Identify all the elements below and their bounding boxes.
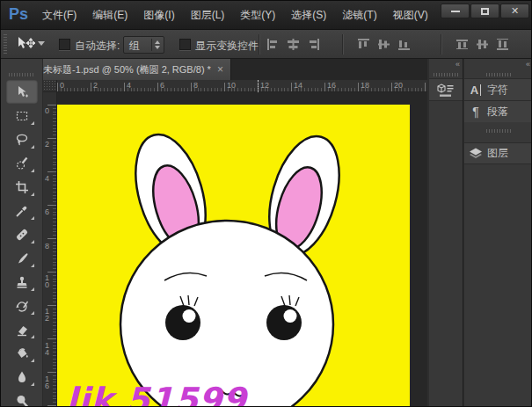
maximize-button[interactable] xyxy=(470,4,499,18)
minimize-button[interactable] xyxy=(441,4,470,18)
document-tab-bar: » 未标题-1.psd @ 50% (椭圆 2, RGB/8) * × xyxy=(1,59,427,80)
close-icon: ✕ xyxy=(511,6,519,16)
minimize-icon xyxy=(451,11,460,12)
flyout-indicator xyxy=(31,287,34,291)
paragraph-panel-button[interactable]: ¶ 段落 xyxy=(464,100,532,122)
tab-close-icon[interactable]: × xyxy=(217,64,223,75)
panel-dock: « « A 字符 ¶ 段落 xyxy=(427,59,532,407)
rectangular-marquee-tool[interactable] xyxy=(6,104,38,127)
panel-gripper[interactable] xyxy=(486,129,511,133)
3d-panel-button[interactable] xyxy=(429,78,463,101)
history-brush-tool[interactable] xyxy=(6,294,38,317)
options-bar-gripper[interactable] xyxy=(4,34,7,55)
panel-gripper[interactable] xyxy=(486,73,511,76)
tools-panel-gripper[interactable] xyxy=(9,73,35,76)
clone-stamp-tool[interactable] xyxy=(6,270,38,294)
align-left-icon[interactable] xyxy=(266,39,280,50)
crop-tool[interactable] xyxy=(6,175,38,199)
close-button[interactable]: ✕ xyxy=(500,4,529,18)
auto-select-target-dropdown[interactable]: 组 xyxy=(123,36,164,54)
show-transform-label: 显示变换控件 xyxy=(195,39,259,54)
align-top-icon[interactable] xyxy=(357,39,370,50)
flyout-indicator xyxy=(31,193,34,196)
layers-icon xyxy=(469,148,483,160)
spot-healing-brush-tool[interactable] xyxy=(6,222,38,246)
move-tool[interactable] xyxy=(6,80,38,104)
document-tab[interactable]: 未标题-1.psd @ 50% (椭圆 2, RGB/8) * × xyxy=(36,59,231,80)
flyout-indicator xyxy=(31,121,34,125)
flyout-indicator xyxy=(31,382,34,386)
character-panel-button[interactable]: A 字符 xyxy=(464,78,532,100)
layers-panel-label: 图层 xyxy=(487,146,508,161)
menu-item[interactable]: 选择(S) xyxy=(283,1,334,30)
show-transform-checkbox[interactable] xyxy=(179,39,191,50)
document-canvas[interactable]: lik 51599 xyxy=(57,105,410,407)
maximize-icon xyxy=(481,8,489,15)
blur-tool[interactable] xyxy=(6,365,38,389)
menu-item[interactable]: 滤镜(T) xyxy=(334,1,384,30)
flyout-indicator xyxy=(31,264,34,267)
flyout-indicator xyxy=(31,169,34,172)
rabbit-left-eye xyxy=(165,305,200,340)
dodge-tool[interactable] xyxy=(6,389,38,407)
menu-item[interactable]: 文件(F) xyxy=(34,1,84,30)
dropdown-spinner-icon xyxy=(151,39,162,51)
menu-item[interactable]: 图像(I) xyxy=(135,1,182,30)
ruler-pointer-mark xyxy=(258,80,259,92)
tool-preset-caret-icon[interactable] xyxy=(38,41,45,46)
panel-gripper[interactable] xyxy=(434,73,458,76)
auto-select-label: 自动选择: xyxy=(75,39,120,54)
align-bottom-icon[interactable] xyxy=(397,39,411,50)
character-icon: A xyxy=(470,84,481,97)
document-tab-title: 未标题-1.psd @ 50% (椭圆 2, RGB/8) * xyxy=(43,63,211,76)
ruler-origin-corner[interactable] xyxy=(43,80,57,92)
vertical-ruler: 024681 01 21 41 6 xyxy=(43,92,57,407)
photoshop-window: Ps 文件(F)编辑(E)图像(I)图层(L)类型(Y)选择(S)滤镜(T)视图… xyxy=(0,0,532,407)
character-panel-label: 字符 xyxy=(487,83,508,98)
separator xyxy=(259,34,259,55)
menu-bar: Ps 文件(F)编辑(E)图像(I)图层(L)类型(Y)选择(S)滤镜(T)视图… xyxy=(1,1,532,30)
tools-panel xyxy=(1,59,43,407)
paragraph-icon: ¶ xyxy=(472,105,479,119)
lasso-tool[interactable] xyxy=(6,127,38,151)
distribute-vertical-center-icon[interactable] xyxy=(476,39,489,50)
menu-item[interactable]: 编辑(E) xyxy=(84,1,135,30)
window-controls: ✕ xyxy=(440,4,529,18)
flyout-indicator xyxy=(31,311,34,315)
rabbit-artwork: lik 51599 xyxy=(57,105,410,407)
photoshop-logo: Ps xyxy=(9,5,28,24)
pasteboard: lik 51599 xyxy=(57,92,427,407)
right-eye-highlight xyxy=(284,309,297,323)
paragraph-panel-label: 段落 xyxy=(487,105,508,120)
align-right-icon[interactable] xyxy=(307,39,320,50)
flyout-indicator xyxy=(31,216,34,220)
distribute-top-icon[interactable] xyxy=(455,39,469,50)
separator xyxy=(441,34,441,55)
auto-select-checkbox[interactable] xyxy=(59,39,70,50)
collapsed-panel-strip: « xyxy=(429,59,463,407)
quick-selection-tool[interactable] xyxy=(6,151,38,175)
paint-bucket-tool[interactable] xyxy=(6,341,38,365)
flyout-indicator xyxy=(31,335,34,338)
eraser-tool[interactable] xyxy=(6,317,38,341)
align-horizontal-center-icon[interactable] xyxy=(287,39,300,50)
collapse-panels-chevron[interactable]: « xyxy=(455,60,459,69)
rabbit-right-eye xyxy=(266,305,302,340)
flyout-indicator xyxy=(31,359,34,362)
menu-item[interactable]: 视图(V) xyxy=(385,1,436,30)
distribute-bottom-icon[interactable] xyxy=(496,39,509,50)
canvas-text-layer: lik 51599 xyxy=(66,381,249,407)
brush-tool[interactable] xyxy=(6,246,38,270)
panel-column: « A 字符 ¶ 段落 图层 xyxy=(464,59,532,407)
menu-item[interactable]: 图层(L) xyxy=(183,1,233,30)
tool-options-bar: 自动选择: 组 显示变换控件 xyxy=(1,30,532,59)
eyedropper-tool[interactable] xyxy=(6,199,38,222)
flyout-indicator xyxy=(31,240,34,243)
move-tool-icon xyxy=(15,36,36,52)
layers-panel-button[interactable]: 图层 xyxy=(464,142,532,164)
collapse-panels-chevron[interactable]: « xyxy=(526,60,529,69)
separator xyxy=(342,34,343,55)
left-eye-highlight xyxy=(183,309,196,323)
menu-item[interactable]: 类型(Y) xyxy=(232,1,283,30)
align-vertical-center-icon[interactable] xyxy=(377,39,390,50)
